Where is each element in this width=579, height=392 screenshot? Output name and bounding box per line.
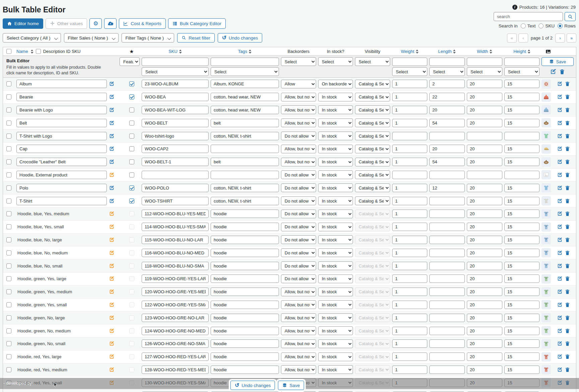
edit-row-icon[interactable] bbox=[557, 367, 563, 373]
delete-row-icon[interactable] bbox=[565, 159, 570, 165]
height-input[interactable] bbox=[504, 301, 539, 309]
bulk-tags-mode-select[interactable]: Select bbox=[211, 67, 279, 76]
stock-select[interactable]: In stock bbox=[318, 93, 353, 101]
sku-input[interactable] bbox=[142, 301, 209, 309]
edit-row-icon[interactable] bbox=[557, 289, 563, 295]
sku-input[interactable] bbox=[142, 210, 209, 218]
reset-filter-button[interactable]: Reset filter bbox=[177, 33, 215, 43]
row-checkbox[interactable] bbox=[6, 328, 11, 333]
backorders-select[interactable]: Allow, but notify bbox=[281, 119, 316, 127]
height-input[interactable] bbox=[504, 80, 539, 88]
length-input[interactable] bbox=[429, 314, 465, 322]
pagination-prev-button[interactable]: ‹ bbox=[518, 33, 528, 43]
other-values-button[interactable]: Other values bbox=[46, 18, 87, 29]
width-input[interactable] bbox=[467, 352, 502, 361]
edit-row-icon[interactable] bbox=[557, 354, 563, 360]
backorders-select[interactable]: Do not allow bbox=[281, 235, 316, 244]
delete-row-icon[interactable] bbox=[565, 146, 570, 152]
bulk-length-mode-select[interactable]: Select bbox=[429, 67, 465, 76]
width-input[interactable] bbox=[467, 80, 502, 88]
delete-row-icon[interactable] bbox=[565, 276, 570, 282]
stock-select[interactable]: In stock bbox=[318, 158, 353, 166]
width-input[interactable] bbox=[467, 249, 502, 257]
edit-name-icon[interactable] bbox=[109, 367, 122, 373]
search-input[interactable] bbox=[494, 12, 563, 21]
sku-input[interactable] bbox=[142, 106, 209, 114]
edit-row-icon[interactable] bbox=[557, 315, 563, 321]
tags-input[interactable] bbox=[211, 314, 279, 322]
row-checkbox[interactable] bbox=[6, 211, 11, 216]
search-in-text-radio[interactable] bbox=[521, 23, 526, 28]
visibility-select[interactable]: Catalog & Search bbox=[355, 235, 390, 244]
edit-name-icon[interactable] bbox=[109, 289, 122, 295]
backorders-select[interactable]: Allow, but notify bbox=[281, 93, 316, 101]
height-input[interactable] bbox=[504, 366, 539, 374]
row-checkbox[interactable] bbox=[6, 134, 11, 139]
sku-input[interactable] bbox=[142, 366, 209, 374]
visibility-select[interactable]: Catalog & Search bbox=[355, 170, 390, 179]
bulk-featured-select[interactable]: Featured bbox=[120, 57, 140, 66]
edit-name-icon[interactable] bbox=[109, 107, 122, 113]
width-input[interactable] bbox=[467, 93, 502, 101]
edit-name-icon[interactable] bbox=[109, 315, 122, 321]
visibility-select[interactable]: Catalog & Search bbox=[355, 261, 390, 270]
backorders-select[interactable]: Allow, but notify bbox=[281, 145, 316, 153]
length-input[interactable] bbox=[429, 301, 465, 309]
weight-input[interactable] bbox=[392, 80, 427, 88]
visibility-select[interactable]: Catalog & Search bbox=[355, 248, 390, 257]
length-input[interactable] bbox=[429, 171, 465, 179]
tags-input[interactable] bbox=[211, 93, 279, 101]
edit-row-icon[interactable] bbox=[557, 328, 563, 334]
delete-row-icon[interactable] bbox=[565, 315, 570, 321]
length-input[interactable] bbox=[429, 93, 465, 101]
length-input[interactable] bbox=[429, 210, 465, 218]
bulk-sku-input[interactable] bbox=[142, 58, 209, 66]
visibility-select[interactable]: Catalog & Search bbox=[355, 183, 390, 192]
sku-input[interactable] bbox=[142, 158, 209, 166]
sku-input[interactable] bbox=[142, 223, 209, 231]
row-checkbox[interactable] bbox=[6, 276, 11, 281]
featured-checkbox[interactable] bbox=[129, 146, 134, 151]
stock-select[interactable]: In stock bbox=[318, 275, 353, 283]
length-input[interactable] bbox=[429, 262, 465, 270]
edit-row-icon[interactable] bbox=[557, 250, 563, 256]
visibility-select[interactable]: Catalog & Search bbox=[355, 352, 390, 361]
edit-row-icon[interactable] bbox=[557, 263, 563, 269]
row-checkbox[interactable] bbox=[6, 94, 11, 99]
bulk-tags-input[interactable] bbox=[211, 58, 279, 66]
row-checkbox[interactable] bbox=[6, 185, 11, 190]
backorders-select[interactable]: Do not allow bbox=[281, 248, 316, 257]
delete-row-icon[interactable] bbox=[565, 263, 570, 269]
height-input[interactable] bbox=[504, 288, 539, 296]
edit-row-icon[interactable] bbox=[557, 341, 563, 346]
height-input[interactable] bbox=[504, 145, 539, 153]
width-input[interactable] bbox=[467, 262, 502, 270]
tags-input[interactable] bbox=[211, 236, 279, 244]
height-input[interactable] bbox=[504, 339, 539, 348]
visibility-select[interactable]: Catalog & Search bbox=[355, 326, 390, 335]
delete-row-icon[interactable] bbox=[565, 172, 570, 178]
tags-input[interactable] bbox=[211, 119, 279, 127]
edit-name-icon[interactable] bbox=[109, 224, 122, 230]
edit-name-icon[interactable] bbox=[109, 185, 122, 191]
weight-input[interactable] bbox=[392, 288, 427, 296]
length-input[interactable] bbox=[429, 339, 465, 348]
weight-input[interactable] bbox=[392, 301, 427, 309]
bulk-sku-mode-select[interactable]: Select bbox=[142, 67, 209, 76]
row-checkbox[interactable] bbox=[6, 146, 11, 151]
sku-input[interactable] bbox=[142, 314, 209, 322]
visibility-select[interactable]: Catalog & Search bbox=[355, 105, 390, 114]
length-input[interactable] bbox=[429, 80, 465, 88]
backorders-select[interactable]: Do not allow bbox=[281, 261, 316, 270]
featured-checkbox[interactable] bbox=[129, 185, 134, 190]
bulk-visibility-select[interactable]: Select bbox=[355, 57, 390, 66]
bulk-weight-input[interactable] bbox=[392, 58, 427, 66]
sku-input[interactable] bbox=[142, 119, 209, 127]
stock-select[interactable]: In stock bbox=[318, 170, 353, 179]
row-checkbox[interactable] bbox=[6, 159, 11, 164]
bulk-edit-icon[interactable] bbox=[550, 69, 556, 75]
sku-input[interactable] bbox=[142, 93, 209, 101]
sku-input[interactable] bbox=[142, 249, 209, 257]
weight-input[interactable] bbox=[392, 352, 427, 361]
backorders-select[interactable]: Allow, but notify bbox=[281, 365, 316, 374]
